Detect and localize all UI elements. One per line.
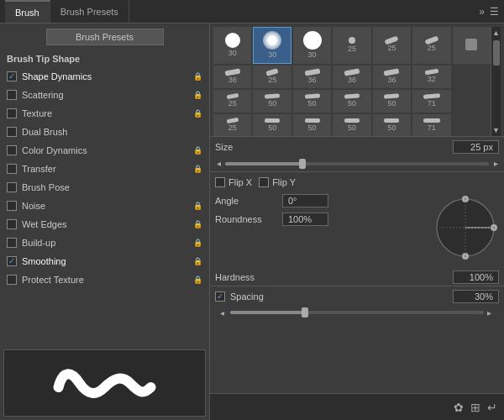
props-area: Angle 0° Roundness 100% [210, 191, 504, 269]
preset-cell[interactable]: 36 [373, 66, 411, 89]
option-item-color-dynamics[interactable]: Color Dynamics🔒 [0, 141, 209, 160]
preset-cell[interactable]: 30 [293, 27, 331, 64]
preset-cell[interactable]: 50 [253, 114, 291, 137]
flip-x-label: Flip X [228, 177, 252, 187]
preset-cell[interactable]: 50 [373, 90, 411, 113]
option-item-brush-pose[interactable]: Brush Pose [0, 178, 209, 197]
circle-diagram[interactable] [432, 194, 499, 261]
size-row: Size 25 px [210, 136, 504, 157]
angle-diagram-svg [432, 194, 499, 261]
preset-cell [453, 90, 491, 113]
hardness-value[interactable]: 100% [453, 270, 499, 284]
option-checkbox[interactable] [7, 201, 17, 211]
preset-cell[interactable]: 25 [333, 27, 370, 64]
expand-icon[interactable]: » [479, 6, 485, 18]
option-label: Smoothing [22, 256, 193, 266]
option-checkbox[interactable] [7, 145, 17, 155]
option-label: Transfer [22, 164, 193, 174]
option-checkbox[interactable] [7, 238, 17, 248]
spacing-value[interactable]: 30% [453, 290, 499, 303]
option-checkbox[interactable] [7, 90, 17, 100]
preset-cell[interactable]: 50 [293, 114, 331, 137]
option-checkbox[interactable] [7, 275, 17, 285]
preset-cell[interactable]: 36 [333, 66, 370, 89]
spacing-right-arrow[interactable]: ▸ [487, 308, 494, 318]
option-label: Noise [22, 201, 193, 211]
option-item-transfer[interactable]: Transfer🔒 [0, 160, 209, 178]
preset-grid-area: 30 30 30 25 [210, 24, 504, 136]
size-value[interactable]: 25 px [453, 140, 499, 154]
angle-value[interactable]: 0° [282, 194, 328, 207]
menu-bottom-icon[interactable]: ↵ [487, 401, 497, 414]
roundness-value[interactable]: 100% [282, 213, 328, 226]
option-checkbox[interactable] [7, 108, 17, 118]
lock-icon: 🔒 [193, 109, 202, 118]
option-item-wet-edges[interactable]: Wet Edges🔒 [0, 215, 209, 234]
spacing-left-arrow[interactable]: ◂ [220, 308, 227, 318]
spacing-slider[interactable] [230, 311, 484, 314]
option-item-shape-dynamics[interactable]: Shape Dynamics🔒 [0, 67, 209, 86]
preset-cell[interactable]: 71 [412, 114, 450, 137]
slider-left-arrow[interactable]: ◂ [215, 159, 222, 168]
option-label: Scattering [22, 90, 193, 100]
preset-cell[interactable] [453, 27, 491, 64]
preset-cell[interactable]: 32 [412, 66, 450, 89]
option-item-protect-texture[interactable]: Protect Texture🔒 [0, 270, 209, 289]
tabs: Brush Brush Presets [5, 0, 129, 23]
option-checkbox[interactable] [7, 182, 17, 192]
option-item-texture[interactable]: Texture🔒 [0, 104, 209, 123]
size-label: Size [215, 142, 453, 152]
flip-y-checkbox[interactable]: Flip Y [259, 177, 296, 187]
preset-scrollbar[interactable]: ▲ ▼ [491, 27, 501, 136]
brush-presets-button[interactable]: Brush Presets [46, 29, 164, 45]
preset-cell[interactable]: 25 [373, 27, 411, 64]
tab-brush[interactable]: Brush [5, 0, 50, 23]
preset-cell[interactable]: 30 [253, 27, 291, 64]
option-checkbox[interactable] [7, 256, 17, 266]
preset-cell[interactable]: 25 [213, 90, 251, 113]
option-label: Brush Pose [22, 182, 202, 192]
new-preset-icon[interactable]: ✿ [454, 401, 464, 414]
option-item-dual-brush[interactable]: Dual Brush [0, 123, 209, 141]
preset-cell[interactable]: 50 [253, 90, 291, 113]
option-item-noise[interactable]: Noise🔒 [0, 197, 209, 215]
preset-cell[interactable]: 25 [213, 114, 251, 137]
slider-right-arrow[interactable]: ▸ [492, 159, 499, 168]
flip-x-checkbox[interactable]: Flip X [215, 177, 252, 187]
option-checkbox[interactable] [7, 219, 17, 229]
flip-y-box[interactable] [259, 177, 269, 187]
preset-cell[interactable]: 36 [213, 66, 251, 89]
option-item-smoothing[interactable]: Smoothing🔒 [0, 252, 209, 270]
preset-cell[interactable]: 25 [412, 27, 450, 64]
option-item-build-up[interactable]: Build-up🔒 [0, 234, 209, 252]
preset-cell[interactable]: 30 [213, 27, 251, 64]
preset-cell[interactable]: 36 [293, 66, 331, 89]
tab-bar: Brush Brush Presets » ☰ [0, 0, 504, 24]
size-slider[interactable] [225, 162, 489, 165]
preset-cell[interactable]: 50 [373, 114, 411, 137]
option-label: Build-up [22, 238, 193, 248]
option-checkbox[interactable] [7, 164, 17, 174]
preset-cell[interactable]: 50 [293, 90, 331, 113]
bottom-bar: ✿ ⊞ ↵ [210, 393, 504, 420]
roundness-label: Roundness [215, 214, 282, 224]
menu-icon[interactable]: ☰ [490, 6, 499, 18]
preset-cell[interactable]: 50 [333, 90, 370, 113]
grid-icon[interactable]: ⊞ [470, 401, 480, 414]
right-panel: 30 30 30 25 [210, 24, 504, 420]
flip-row: Flip X Flip Y [210, 174, 504, 191]
option-item-scattering[interactable]: Scattering🔒 [0, 86, 209, 104]
preset-cell[interactable]: 50 [333, 114, 370, 137]
brush-preview [3, 349, 206, 417]
tab-brush-presets[interactable]: Brush Presets [50, 0, 129, 23]
preset-cell[interactable]: 25 [253, 66, 291, 89]
option-checkbox[interactable] [7, 127, 17, 137]
lock-icon: 🔒 [193, 257, 202, 265]
options-list: Shape Dynamics🔒Scattering🔒Texture🔒Dual B… [0, 67, 209, 346]
roundness-row: Roundness 100% [215, 213, 427, 226]
preset-cell[interactable]: 71 [412, 90, 450, 113]
flip-x-box[interactable] [215, 177, 225, 187]
option-label: Color Dynamics [22, 145, 193, 155]
spacing-checkbox[interactable] [215, 291, 225, 302]
option-checkbox[interactable] [7, 71, 17, 81]
